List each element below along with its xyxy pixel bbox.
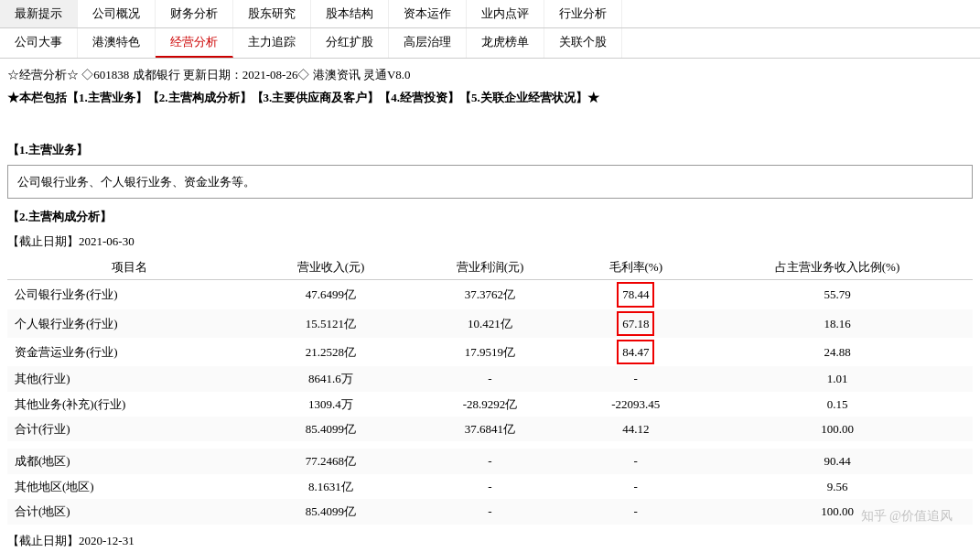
row-name: 其他(行业) bbox=[7, 366, 251, 391]
row-revenue: 1309.4万 bbox=[251, 392, 410, 417]
nav-equity[interactable]: 股本结构 bbox=[311, 0, 389, 27]
margin-cell: 84.47 bbox=[569, 338, 702, 366]
date-label-2021: 【截止日期】2021-06-30 bbox=[7, 231, 973, 252]
row-name: 公司银行业务(行业) bbox=[7, 280, 251, 309]
nav-related[interactable]: 关联个股 bbox=[544, 28, 622, 58]
margin-cell: 44.12 bbox=[569, 417, 702, 441]
watermark: 知乎 @价值追风 bbox=[861, 508, 953, 525]
date-label-2020: 【截止日期】2020-12-31 bbox=[7, 530, 973, 551]
nav-dragon[interactable]: 龙虎榜单 bbox=[467, 28, 544, 58]
row-revenue: 77.2468亿 bbox=[251, 449, 410, 473]
col-header-ratio: 占主营业务收入比例(%) bbox=[702, 254, 973, 280]
nav-finance[interactable]: 财务分析 bbox=[156, 0, 233, 27]
row-profit: -28.9292亿 bbox=[410, 392, 569, 417]
row-revenue: 47.6499亿 bbox=[251, 280, 410, 309]
row-ratio: 0.15 bbox=[702, 392, 973, 417]
table-row: 其他业务(补充)(行业) 1309.4万 -28.9292亿 -22093.45… bbox=[7, 392, 973, 417]
margin-cell: 67.18 bbox=[569, 309, 702, 338]
row-name: 资金营运业务(行业) bbox=[7, 338, 251, 366]
margin-cell: - bbox=[569, 366, 702, 391]
col-header-revenue: 营业收入(元) bbox=[251, 254, 410, 280]
table-row: 合计(地区) 85.4099亿 - - 100.00 bbox=[7, 499, 973, 524]
section1-title: 【1.主营业务】 bbox=[7, 139, 973, 160]
row-profit: 37.6841亿 bbox=[410, 417, 569, 441]
margin-cell: - bbox=[569, 499, 702, 524]
main-business-table-2021: 项目名 营业收入(元) 营业利润(元) 毛利率(%) 占主营业务收入比例(%) … bbox=[7, 254, 973, 525]
nav-main-force[interactable]: 主力追踪 bbox=[233, 28, 311, 58]
row-ratio: 90.44 bbox=[702, 449, 973, 473]
row-profit: 17.9519亿 bbox=[410, 338, 569, 366]
row-revenue: 15.5121亿 bbox=[251, 309, 410, 338]
nav-governance[interactable]: 高层治理 bbox=[389, 28, 467, 58]
row-ratio: 1.01 bbox=[702, 366, 973, 391]
table-row: 成都(地区) 77.2468亿 - - 90.44 bbox=[7, 449, 973, 473]
nav-top: 最新提示 公司概况 财务分析 股东研究 股本结构 资本运作 业内点评 行业分析 bbox=[0, 0, 980, 28]
nav-events[interactable]: 公司大事 bbox=[0, 28, 78, 58]
row-name: 个人银行业务(行业) bbox=[7, 309, 251, 338]
row-ratio: 55.79 bbox=[702, 280, 973, 309]
nav-capital[interactable]: 资本运作 bbox=[389, 0, 467, 27]
row-name: 合计(地区) bbox=[7, 499, 251, 524]
table-row: 其他(行业) 8641.6万 - - 1.01 bbox=[7, 366, 973, 391]
section2-title: 【2.主营构成分析】 bbox=[7, 206, 973, 227]
nav-review[interactable]: 业内点评 bbox=[467, 0, 544, 27]
col-header-profit: 营业利润(元) bbox=[410, 254, 569, 280]
table-row: 资金营运业务(行业) 21.2528亿 17.9519亿 84.47 24.88 bbox=[7, 338, 973, 366]
row-revenue: 85.4099亿 bbox=[251, 417, 410, 441]
col-header-margin: 毛利率(%) bbox=[569, 254, 702, 280]
row-revenue: 85.4099亿 bbox=[251, 499, 410, 524]
table-row: 公司银行业务(行业) 47.6499亿 37.3762亿 78.44 55.79 bbox=[7, 280, 973, 309]
table-row: 个人银行业务(行业) 15.5121亿 10.421亿 67.18 18.16 bbox=[7, 309, 973, 338]
row-ratio: 18.16 bbox=[702, 309, 973, 338]
row-ratio: 24.88 bbox=[702, 338, 973, 366]
row-name: 成都(地区) bbox=[7, 449, 251, 473]
row-ratio: 9.56 bbox=[702, 474, 973, 499]
nav-operation[interactable]: 经营分析 bbox=[156, 28, 233, 58]
nav-company[interactable]: 公司概况 bbox=[78, 0, 156, 27]
business-description: 公司银行业务、个人银行业务、资金业务等。 bbox=[7, 165, 973, 199]
header-line1: ☆经营分析☆ ◇601838 成都银行 更新日期：2021-08-26◇ 港澳资… bbox=[7, 64, 973, 85]
row-name: 其他业务(补充)(行业) bbox=[7, 392, 251, 417]
nav-second: 公司大事 港澳特色 经营分析 主力追踪 分红扩股 高层治理 龙虎榜单 关联个股 bbox=[0, 28, 980, 59]
row-profit: 10.421亿 bbox=[410, 309, 569, 338]
row-name: 合计(行业) bbox=[7, 417, 251, 441]
nav-hk[interactable]: 港澳特色 bbox=[78, 28, 156, 58]
col-header-name: 项目名 bbox=[7, 254, 251, 280]
margin-cell: -22093.45 bbox=[569, 392, 702, 417]
nav-dividend[interactable]: 分红扩股 bbox=[311, 28, 389, 58]
main-content: ☆经营分析☆ ◇601838 成都银行 更新日期：2021-08-26◇ 港澳资… bbox=[0, 59, 980, 552]
margin-cell: 78.44 bbox=[569, 280, 702, 309]
nav-industry[interactable]: 行业分析 bbox=[544, 0, 622, 27]
row-profit: - bbox=[410, 366, 569, 391]
row-profit: - bbox=[410, 499, 569, 524]
table-row: 其他地区(地区) 8.1631亿 - - 9.56 bbox=[7, 474, 973, 499]
row-revenue: 21.2528亿 bbox=[251, 338, 410, 366]
row-profit: - bbox=[410, 474, 569, 499]
row-profit: - bbox=[410, 449, 569, 473]
row-name: 其他地区(地区) bbox=[7, 474, 251, 499]
nav-latest[interactable]: 最新提示 bbox=[0, 0, 78, 27]
table-row: 合计(行业) 85.4099亿 37.6841亿 44.12 100.00 bbox=[7, 417, 973, 441]
row-revenue: 8.1631亿 bbox=[251, 474, 410, 499]
margin-cell: - bbox=[569, 474, 702, 499]
nav-shareholder[interactable]: 股东研究 bbox=[233, 0, 311, 27]
row-ratio: 100.00 bbox=[702, 417, 973, 441]
header-line2: ★本栏包括【1.主营业务】【2.主营构成分析】【3.主要供应商及客户】【4.经营… bbox=[7, 87, 973, 108]
row-profit: 37.3762亿 bbox=[410, 280, 569, 309]
margin-cell: - bbox=[569, 449, 702, 473]
row-revenue: 8641.6万 bbox=[251, 366, 410, 391]
